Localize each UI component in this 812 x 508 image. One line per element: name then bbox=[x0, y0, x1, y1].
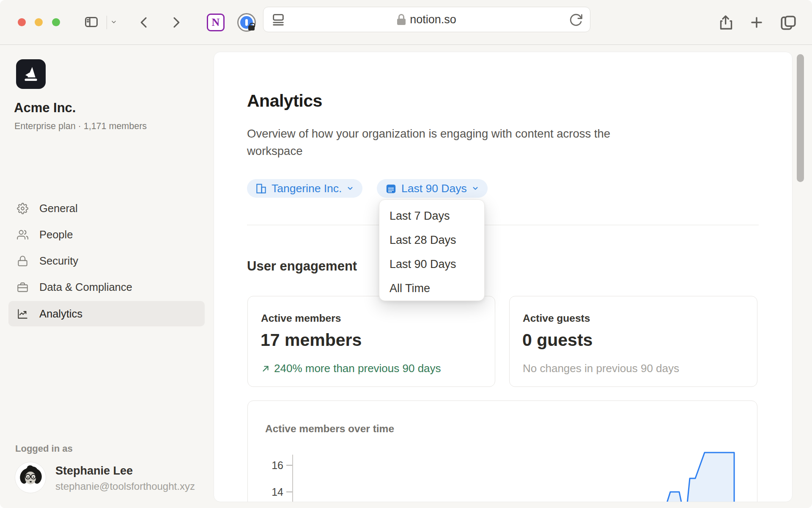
page-description: Overview of how your organization is eng… bbox=[247, 125, 649, 160]
menu-item-all-time[interactable]: All Time bbox=[379, 276, 484, 301]
card-title: Active members bbox=[261, 312, 341, 324]
briefcase-icon bbox=[17, 282, 28, 293]
logged-in-label: Logged in as bbox=[15, 443, 73, 454]
card-title: Active guests bbox=[523, 312, 590, 324]
card-value: 17 members bbox=[261, 330, 362, 350]
reload-icon[interactable] bbox=[569, 13, 583, 27]
https-lock-icon bbox=[397, 14, 406, 25]
date-range-dropdown-menu: Last 7 Days Last 28 Days Last 90 Days Al… bbox=[379, 199, 485, 301]
card-delta: 240% more than previous 90 days bbox=[261, 362, 441, 375]
active-members-chart-card: Active members over time 16 14 bbox=[247, 400, 757, 502]
sidebar-menu-chevron-icon[interactable] bbox=[109, 19, 118, 25]
card-delta-text: 240% more than previous 90 days bbox=[274, 362, 441, 375]
lock-icon bbox=[17, 255, 28, 267]
sidebar-item-label: Data & Compliance bbox=[39, 281, 132, 293]
sidebar-item-data-compliance[interactable]: Data & Compliance bbox=[8, 274, 205, 300]
browser-window: N notion.so bbox=[0, 0, 812, 508]
people-icon bbox=[17, 229, 28, 240]
y-tick-14: 14 bbox=[265, 486, 283, 498]
sidebar-item-label: People bbox=[39, 229, 73, 241]
section-title: User engagement bbox=[247, 259, 357, 274]
workspace-plan: Enterprise plan · 1,171 members bbox=[14, 121, 147, 132]
url-text: notion.so bbox=[410, 13, 456, 26]
page-title: Analytics bbox=[247, 91, 322, 111]
sidebar-item-label: Analytics bbox=[39, 308, 82, 320]
y-tick-16: 16 bbox=[265, 459, 283, 472]
zoom-window-button[interactable] bbox=[52, 18, 60, 26]
password-manager-extension-icon[interactable] bbox=[237, 13, 256, 32]
menu-item-last-7-days[interactable]: Last 7 Days bbox=[379, 204, 484, 228]
close-window-button[interactable] bbox=[18, 18, 26, 26]
sidebar-item-label: General bbox=[39, 202, 78, 215]
address-bar[interactable]: notion.so bbox=[263, 7, 590, 32]
page-background: Acme Inc. Enterprise plan · 1,171 member… bbox=[0, 45, 812, 508]
notion-extension-icon[interactable]: N bbox=[207, 14, 225, 31]
trend-icon bbox=[17, 308, 28, 320]
back-icon[interactable] bbox=[137, 15, 151, 30]
y-tickmark bbox=[286, 465, 293, 466]
url-display: notion.so bbox=[263, 7, 590, 32]
y-tickmark bbox=[286, 491, 293, 492]
sailboat-icon bbox=[21, 64, 41, 84]
date-range-filter-label: Last 90 Days bbox=[401, 182, 467, 195]
calendar-icon bbox=[385, 183, 397, 194]
workspace-logo bbox=[16, 59, 46, 89]
workspace-name: Acme Inc. bbox=[14, 100, 76, 116]
scrollbar-thumb[interactable] bbox=[797, 54, 804, 182]
chart-area-fill bbox=[663, 453, 734, 502]
sidebar-toggle-icon[interactable] bbox=[83, 14, 100, 30]
section-divider bbox=[247, 225, 759, 225]
card-delta-text: No changes in previous 90 days bbox=[523, 362, 679, 375]
sidebar-item-security[interactable]: Security bbox=[8, 248, 205, 273]
card-delta: No changes in previous 90 days bbox=[523, 362, 679, 375]
menu-item-last-28-days[interactable]: Last 28 Days bbox=[379, 228, 484, 252]
toolbar-divider bbox=[107, 16, 107, 29]
gear-icon bbox=[17, 203, 28, 214]
date-range-filter-button[interactable]: Last 90 Days bbox=[377, 179, 488, 198]
sidebar-item-analytics[interactable]: Analytics bbox=[8, 301, 205, 326]
card-value: 0 guests bbox=[522, 330, 593, 350]
menu-item-last-90-days[interactable]: Last 90 Days bbox=[379, 252, 484, 276]
organization-filter-label: Tangerine Inc. bbox=[272, 182, 342, 195]
forward-icon[interactable] bbox=[169, 15, 183, 30]
sidebar-item-label: Security bbox=[39, 255, 78, 267]
avatar[interactable] bbox=[15, 462, 46, 493]
building-icon bbox=[255, 183, 267, 194]
minimize-window-button[interactable] bbox=[35, 18, 43, 26]
share-icon[interactable] bbox=[718, 13, 735, 32]
organization-filter-button[interactable]: Tangerine Inc. bbox=[247, 179, 362, 198]
new-tab-icon[interactable] bbox=[749, 14, 765, 30]
arrow-up-right-icon bbox=[261, 364, 270, 373]
area-chart bbox=[293, 450, 749, 502]
chevron-down-icon bbox=[472, 185, 479, 192]
sidebar-item-people[interactable]: People bbox=[8, 222, 205, 247]
browser-toolbar: N notion.so bbox=[0, 0, 812, 45]
chevron-down-icon bbox=[346, 185, 354, 192]
tab-overview-icon[interactable] bbox=[779, 14, 797, 31]
user-email: stephanie@toolsforthought.xyz bbox=[55, 480, 195, 492]
user-name: Stephanie Lee bbox=[55, 464, 133, 478]
chart-title: Active members over time bbox=[265, 423, 394, 435]
sidebar-item-general[interactable]: General bbox=[8, 196, 205, 221]
settings-content-panel: Analytics Overview of how your organizat… bbox=[214, 52, 793, 502]
active-guests-card[interactable]: Active guests 0 guests No changes in pre… bbox=[509, 296, 757, 387]
active-members-card[interactable]: Active members 17 members 240% more than… bbox=[247, 296, 495, 387]
